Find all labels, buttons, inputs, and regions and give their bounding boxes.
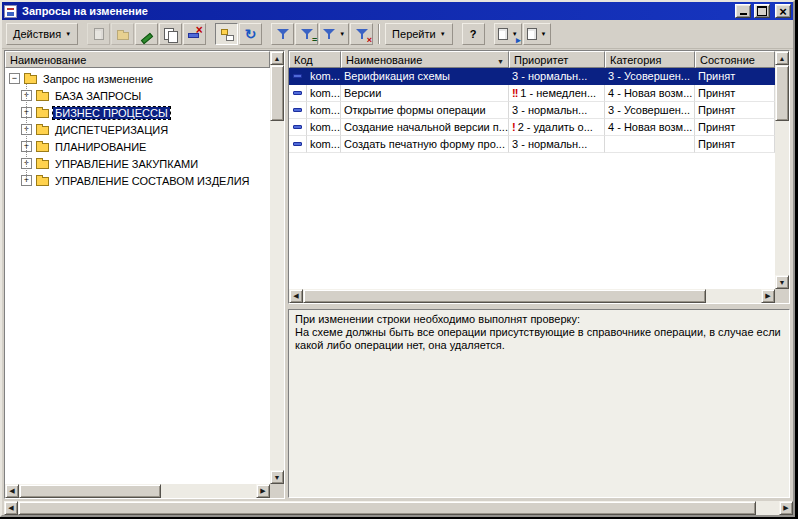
tree-item-label: УПРАВЛЕНИЕ СОСТАВОМ ИЗДЕЛИЯ [53, 175, 252, 187]
folder-icon [36, 92, 49, 101]
column-header-name[interactable]: Наименование [341, 51, 509, 68]
cell-state: Принят [695, 68, 775, 85]
tree-panel: Наименование Запрос на изменение БАЗА ЗА… [4, 50, 285, 499]
minimize-button[interactable] [735, 4, 751, 18]
help-icon: ? [470, 28, 477, 40]
titlebar[interactable]: Запросы на изменение [2, 2, 793, 20]
table-vscrollbar[interactable] [775, 51, 789, 289]
column-header-label: Категория [610, 54, 661, 66]
table-row[interactable]: kom... Верификация схемы 3 - нормальн...… [289, 68, 775, 85]
scrollbar-track[interactable] [775, 65, 789, 275]
column-header-code[interactable]: Код [289, 51, 341, 68]
clear-filter-x-icon: × [367, 36, 372, 45]
priority-text: 3 - нормальн... [512, 70, 587, 82]
table-hscrollbar[interactable] [289, 289, 775, 303]
catalog-icon [24, 75, 37, 84]
tree-item-planirovanie[interactable]: ПЛАНИРОВАНИЕ [21, 138, 270, 155]
scroll-left-icon[interactable] [4, 501, 18, 515]
tree-item-upravlenie-sostavom-izdeliya[interactable]: УПРАВЛЕНИЕ СОСТАВОМ ИЗДЕЛИЯ [21, 172, 270, 189]
filter-by-value-icon [301, 28, 313, 40]
scrollbar-track[interactable] [303, 289, 761, 303]
add-icon [94, 28, 104, 40]
cell-code: kom... [307, 136, 341, 153]
filter-history-button[interactable] [319, 23, 349, 45]
hierarchy-icon [221, 28, 233, 40]
refresh-button[interactable] [239, 23, 262, 45]
scrollbar-track[interactable] [19, 484, 256, 498]
expand-icon[interactable] [21, 107, 32, 118]
scroll-down-icon[interactable] [270, 470, 284, 484]
column-header-priority[interactable]: Приоритет [509, 51, 605, 68]
copy-button[interactable] [159, 23, 182, 45]
tree-vscrollbar[interactable] [270, 51, 284, 484]
tree-item-biznes-processy[interactable]: БИЗНЕС ПРОЦЕССЫ [21, 104, 270, 121]
scrollbar-track[interactable] [18, 501, 779, 515]
form-hscrollbar[interactable] [4, 501, 793, 515]
expand-icon[interactable] [21, 175, 32, 186]
description-line: На схеме должны быть все операции присут… [295, 326, 783, 352]
expand-icon[interactable] [21, 90, 32, 101]
scroll-right-icon[interactable] [779, 501, 793, 515]
scroll-right-icon[interactable] [256, 484, 270, 498]
item-icon [293, 125, 302, 129]
scroll-left-icon[interactable] [289, 289, 303, 303]
filter-by-value-button[interactable]: = [295, 23, 318, 45]
row-icon-cell [289, 85, 307, 102]
tree-root[interactable]: Запрос на изменение [9, 70, 270, 87]
scrollbar-thumb[interactable] [18, 501, 756, 515]
scrollbar-thumb[interactable] [303, 289, 706, 303]
scroll-down-icon[interactable] [775, 275, 789, 289]
maximize-button[interactable] [754, 4, 770, 18]
expand-icon[interactable] [21, 158, 32, 169]
table-body: kom... Верификация схемы 3 - нормальн...… [289, 68, 775, 289]
tree-item-baza-zaprosy[interactable]: БАЗА ЗАПРОСЫ [21, 87, 270, 104]
scrollbar-thumb[interactable] [270, 65, 284, 121]
tree-column-header[interactable]: Наименование [5, 51, 270, 68]
cell-state: Принят [695, 102, 775, 119]
collapse-icon[interactable] [9, 73, 20, 84]
table-row[interactable]: kom... Версии !!1 - немедлен... 4 - Нова… [289, 85, 775, 102]
edit-icon [140, 28, 153, 41]
tree-hscrollbar[interactable] [5, 484, 270, 498]
tree-item-label: ПЛАНИРОВАНИЕ [53, 141, 148, 153]
scroll-right-icon[interactable] [761, 289, 775, 303]
scrollbar-thumb[interactable] [775, 65, 789, 121]
scroll-up-icon[interactable] [775, 51, 789, 65]
row-icon-cell [289, 68, 307, 85]
goto-button[interactable]: Перейти [385, 23, 453, 45]
expand-icon[interactable] [21, 141, 32, 152]
column-header-category[interactable]: Категория [605, 51, 695, 68]
table-row[interactable]: kom... Создать печатную форму про... 3 -… [289, 136, 775, 153]
scroll-up-icon[interactable] [270, 51, 284, 65]
expand-icon[interactable] [21, 124, 32, 135]
actions-button[interactable]: Действия [6, 23, 78, 45]
refresh-icon [245, 28, 257, 41]
tree-item-label: БАЗА ЗАПРОСЫ [53, 90, 143, 102]
help-button[interactable]: ? [462, 23, 485, 45]
close-button[interactable] [775, 4, 791, 18]
edit-button[interactable] [135, 23, 158, 45]
scroll-left-icon[interactable] [5, 484, 19, 498]
filter-sort-button[interactable] [271, 23, 294, 45]
scrollbar-track[interactable] [270, 65, 284, 470]
add-group-button[interactable] [111, 23, 134, 45]
cell-name: Открытие формы операции [341, 102, 509, 119]
sort-desc-icon [497, 54, 504, 66]
table-row[interactable]: kom... Открытие формы операции 3 - норма… [289, 102, 775, 119]
scrollbar-thumb[interactable] [19, 484, 161, 498]
priority-text: 3 - нормальн... [512, 104, 587, 116]
tree-item-upravlenie-zakupkami[interactable]: УПРАВЛЕНИЕ ЗАКУПКАМИ [21, 155, 270, 172]
table-row[interactable]: kom... Создание начальной версии п... !2… [289, 119, 775, 136]
list-settings-button[interactable] [523, 23, 551, 45]
clear-filter-button[interactable]: × [350, 23, 373, 45]
mark-deletion-button[interactable] [183, 23, 206, 45]
cell-category: 3 - Усовершен... [605, 68, 695, 85]
hierarchy-view-button[interactable] [215, 23, 238, 45]
column-header-state[interactable]: Состояние [695, 51, 775, 68]
add-button[interactable] [87, 23, 110, 45]
cell-priority: !!1 - немедлен... [509, 85, 605, 102]
tree-column-header-label: Наименование [10, 54, 86, 66]
output-list-button[interactable]: ▸ [494, 23, 522, 45]
tree-item-dispetcherizaciya[interactable]: ДИСПЕТЧЕРИЗАЦИЯ [21, 121, 270, 138]
row-icon-cell [289, 119, 307, 136]
